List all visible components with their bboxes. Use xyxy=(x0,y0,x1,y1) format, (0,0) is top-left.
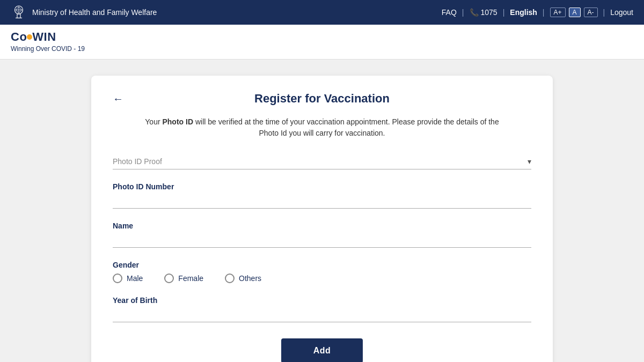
gender-female-option[interactable]: Female xyxy=(164,274,203,283)
subtitle-text-1: Your xyxy=(145,117,162,126)
logout-button[interactable]: Logout xyxy=(610,8,633,17)
name-input[interactable] xyxy=(113,232,531,248)
phone-icon: 📞 xyxy=(470,8,479,17)
gender-male-option[interactable]: Male xyxy=(113,274,143,283)
subtitle-text-2: will be verified at the time of your vac… xyxy=(193,117,499,126)
add-button-wrapper: Add xyxy=(113,338,531,362)
logo-header: CoWIN Winning Over COVID - 19 xyxy=(0,25,644,60)
language-label: English xyxy=(510,8,537,17)
cowin-subtitle: Winning Over COVID - 19 xyxy=(11,45,633,53)
svg-rect-4 xyxy=(17,14,20,18)
top-nav: FAQ | 📞 1075 | English | A+ A A- | Logou… xyxy=(442,8,633,17)
photo-id-number-field: Photo ID Number xyxy=(113,182,531,209)
gender-others-label: Others xyxy=(239,274,261,283)
photo-id-number-input[interactable] xyxy=(113,193,531,209)
gender-others-radio[interactable] xyxy=(225,274,235,283)
phone-info: 📞 1075 xyxy=(470,8,497,17)
add-button[interactable]: Add xyxy=(281,338,363,362)
photo-id-proof-label: Photo ID Proof xyxy=(113,157,528,166)
divider-2: | xyxy=(503,8,505,17)
faq-link[interactable]: FAQ xyxy=(442,8,457,17)
dropdown-icon: ▾ xyxy=(528,157,531,166)
form-subtitle: Your Photo ID will be verified at the ti… xyxy=(113,116,531,139)
logo-dot xyxy=(27,34,32,40)
gender-male-radio[interactable] xyxy=(113,274,122,283)
photo-id-proof-field: Photo ID Proof ▾ xyxy=(113,154,531,169)
year-of-birth-label: Year of Birth xyxy=(113,296,531,305)
gender-others-option[interactable]: Others xyxy=(225,274,261,283)
gender-options: Male Female Others xyxy=(113,274,531,283)
year-of-birth-field: Year of Birth xyxy=(113,296,531,322)
divider-3: | xyxy=(543,8,545,17)
font-large-button[interactable]: A+ xyxy=(550,8,566,17)
cowin-logo: CoWIN Winning Over COVID - 19 xyxy=(11,30,633,53)
cowin-title: CoWIN xyxy=(11,30,633,44)
name-label: Name xyxy=(113,221,531,230)
phone-number: 1075 xyxy=(481,8,497,17)
subtitle-text-3: Photo Id you will carry for vaccination. xyxy=(259,129,385,137)
win-text: WIN xyxy=(32,30,56,43)
divider-1: | xyxy=(462,8,464,17)
back-arrow-button[interactable]: ← xyxy=(113,93,123,105)
photo-id-proof-select[interactable]: Photo ID Proof ▾ xyxy=(113,154,531,169)
co-text: Co xyxy=(11,30,27,43)
subtitle-bold: Photo ID xyxy=(162,117,193,126)
gender-female-label: Female xyxy=(178,274,203,283)
gender-label: Gender xyxy=(113,261,531,269)
year-of-birth-input[interactable] xyxy=(113,307,531,322)
form-title: Register for Vaccination xyxy=(113,92,531,106)
main-content: ← Register for Vaccination Your Photo ID… xyxy=(0,60,644,362)
font-medium-button[interactable]: A xyxy=(569,8,581,17)
font-small-button[interactable]: A- xyxy=(584,8,598,17)
photo-id-number-label: Photo ID Number xyxy=(113,182,531,191)
form-header: ← Register for Vaccination xyxy=(113,92,531,106)
divider-4: | xyxy=(603,8,605,17)
gender-male-label: Male xyxy=(127,274,143,283)
name-field: Name xyxy=(113,221,531,248)
gender-female-radio[interactable] xyxy=(164,274,174,283)
top-header: Ministry of Health and Family Welfare FA… xyxy=(0,0,644,25)
org-branding: Ministry of Health and Family Welfare xyxy=(11,4,157,20)
emblem-icon xyxy=(11,4,27,20)
gender-field: Gender Male Female Others xyxy=(113,261,531,283)
form-card: ← Register for Vaccination Your Photo ID… xyxy=(91,76,553,362)
org-name: Ministry of Health and Family Welfare xyxy=(32,8,157,17)
